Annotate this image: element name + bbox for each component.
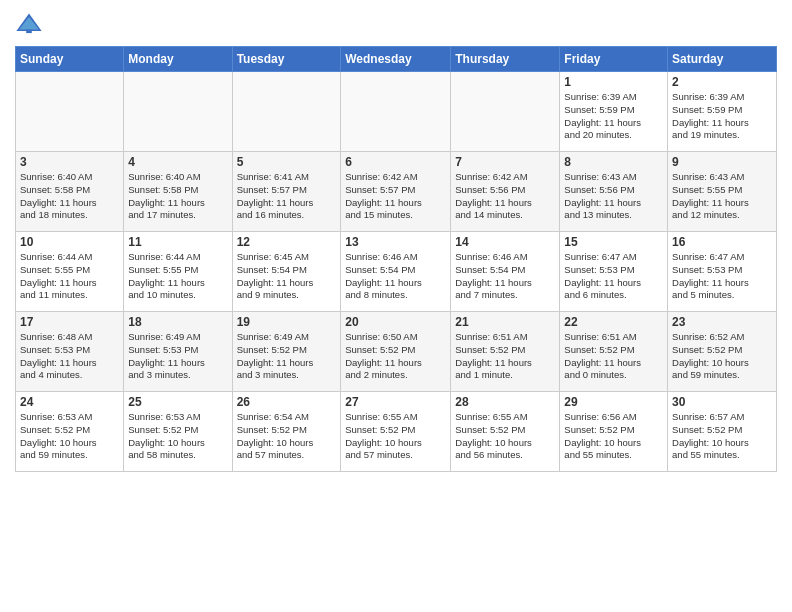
day-info: Sunrise: 6:51 AM Sunset: 5:52 PM Dayligh…	[455, 331, 555, 382]
day-number: 29	[564, 395, 663, 409]
day-number: 10	[20, 235, 119, 249]
day-info: Sunrise: 6:51 AM Sunset: 5:52 PM Dayligh…	[564, 331, 663, 382]
day-info: Sunrise: 6:52 AM Sunset: 5:52 PM Dayligh…	[672, 331, 772, 382]
svg-rect-2	[26, 30, 32, 33]
day-info: Sunrise: 6:47 AM Sunset: 5:53 PM Dayligh…	[564, 251, 663, 302]
calendar-cell: 2Sunrise: 6:39 AM Sunset: 5:59 PM Daylig…	[668, 72, 777, 152]
day-number: 24	[20, 395, 119, 409]
calendar-cell: 12Sunrise: 6:45 AM Sunset: 5:54 PM Dayli…	[232, 232, 341, 312]
calendar-cell: 11Sunrise: 6:44 AM Sunset: 5:55 PM Dayli…	[124, 232, 232, 312]
calendar-cell	[451, 72, 560, 152]
calendar-cell: 29Sunrise: 6:56 AM Sunset: 5:52 PM Dayli…	[560, 392, 668, 472]
day-info: Sunrise: 6:55 AM Sunset: 5:52 PM Dayligh…	[345, 411, 446, 462]
day-number: 13	[345, 235, 446, 249]
calendar-cell: 21Sunrise: 6:51 AM Sunset: 5:52 PM Dayli…	[451, 312, 560, 392]
calendar-cell: 4Sunrise: 6:40 AM Sunset: 5:58 PM Daylig…	[124, 152, 232, 232]
day-number: 18	[128, 315, 227, 329]
calendar-cell: 1Sunrise: 6:39 AM Sunset: 5:59 PM Daylig…	[560, 72, 668, 152]
day-number: 14	[455, 235, 555, 249]
calendar-cell	[232, 72, 341, 152]
day-info: Sunrise: 6:57 AM Sunset: 5:52 PM Dayligh…	[672, 411, 772, 462]
day-info: Sunrise: 6:46 AM Sunset: 5:54 PM Dayligh…	[345, 251, 446, 302]
weekday-header-tuesday: Tuesday	[232, 47, 341, 72]
day-info: Sunrise: 6:50 AM Sunset: 5:52 PM Dayligh…	[345, 331, 446, 382]
calendar-cell: 6Sunrise: 6:42 AM Sunset: 5:57 PM Daylig…	[341, 152, 451, 232]
weekday-header-thursday: Thursday	[451, 47, 560, 72]
day-info: Sunrise: 6:42 AM Sunset: 5:56 PM Dayligh…	[455, 171, 555, 222]
day-number: 20	[345, 315, 446, 329]
day-info: Sunrise: 6:40 AM Sunset: 5:58 PM Dayligh…	[128, 171, 227, 222]
calendar-cell: 23Sunrise: 6:52 AM Sunset: 5:52 PM Dayli…	[668, 312, 777, 392]
day-number: 9	[672, 155, 772, 169]
day-info: Sunrise: 6:44 AM Sunset: 5:55 PM Dayligh…	[128, 251, 227, 302]
day-number: 23	[672, 315, 772, 329]
calendar-cell: 16Sunrise: 6:47 AM Sunset: 5:53 PM Dayli…	[668, 232, 777, 312]
day-info: Sunrise: 6:43 AM Sunset: 5:55 PM Dayligh…	[672, 171, 772, 222]
calendar-cell: 22Sunrise: 6:51 AM Sunset: 5:52 PM Dayli…	[560, 312, 668, 392]
header	[15, 10, 777, 38]
calendar-cell: 19Sunrise: 6:49 AM Sunset: 5:52 PM Dayli…	[232, 312, 341, 392]
day-info: Sunrise: 6:49 AM Sunset: 5:52 PM Dayligh…	[237, 331, 337, 382]
day-info: Sunrise: 6:46 AM Sunset: 5:54 PM Dayligh…	[455, 251, 555, 302]
day-number: 25	[128, 395, 227, 409]
day-number: 12	[237, 235, 337, 249]
day-number: 5	[237, 155, 337, 169]
day-info: Sunrise: 6:39 AM Sunset: 5:59 PM Dayligh…	[672, 91, 772, 142]
day-number: 16	[672, 235, 772, 249]
calendar-cell: 15Sunrise: 6:47 AM Sunset: 5:53 PM Dayli…	[560, 232, 668, 312]
day-number: 28	[455, 395, 555, 409]
day-number: 15	[564, 235, 663, 249]
day-info: Sunrise: 6:53 AM Sunset: 5:52 PM Dayligh…	[128, 411, 227, 462]
calendar-cell: 9Sunrise: 6:43 AM Sunset: 5:55 PM Daylig…	[668, 152, 777, 232]
day-number: 17	[20, 315, 119, 329]
weekday-header-sunday: Sunday	[16, 47, 124, 72]
day-number: 19	[237, 315, 337, 329]
calendar-cell	[16, 72, 124, 152]
day-info: Sunrise: 6:42 AM Sunset: 5:57 PM Dayligh…	[345, 171, 446, 222]
day-info: Sunrise: 6:40 AM Sunset: 5:58 PM Dayligh…	[20, 171, 119, 222]
day-number: 3	[20, 155, 119, 169]
calendar-cell: 25Sunrise: 6:53 AM Sunset: 5:52 PM Dayli…	[124, 392, 232, 472]
calendar-cell: 26Sunrise: 6:54 AM Sunset: 5:52 PM Dayli…	[232, 392, 341, 472]
page: SundayMondayTuesdayWednesdayThursdayFrid…	[0, 0, 792, 482]
calendar-cell: 18Sunrise: 6:49 AM Sunset: 5:53 PM Dayli…	[124, 312, 232, 392]
calendar-cell: 30Sunrise: 6:57 AM Sunset: 5:52 PM Dayli…	[668, 392, 777, 472]
day-number: 6	[345, 155, 446, 169]
day-info: Sunrise: 6:53 AM Sunset: 5:52 PM Dayligh…	[20, 411, 119, 462]
weekday-header-saturday: Saturday	[668, 47, 777, 72]
calendar-cell: 27Sunrise: 6:55 AM Sunset: 5:52 PM Dayli…	[341, 392, 451, 472]
day-number: 7	[455, 155, 555, 169]
calendar-cell: 28Sunrise: 6:55 AM Sunset: 5:52 PM Dayli…	[451, 392, 560, 472]
day-number: 1	[564, 75, 663, 89]
calendar-cell: 17Sunrise: 6:48 AM Sunset: 5:53 PM Dayli…	[16, 312, 124, 392]
day-number: 22	[564, 315, 663, 329]
weekday-header-wednesday: Wednesday	[341, 47, 451, 72]
day-number: 11	[128, 235, 227, 249]
calendar-cell: 5Sunrise: 6:41 AM Sunset: 5:57 PM Daylig…	[232, 152, 341, 232]
day-info: Sunrise: 6:43 AM Sunset: 5:56 PM Dayligh…	[564, 171, 663, 222]
calendar-cell: 14Sunrise: 6:46 AM Sunset: 5:54 PM Dayli…	[451, 232, 560, 312]
day-info: Sunrise: 6:45 AM Sunset: 5:54 PM Dayligh…	[237, 251, 337, 302]
logo	[15, 10, 47, 38]
day-info: Sunrise: 6:56 AM Sunset: 5:52 PM Dayligh…	[564, 411, 663, 462]
day-info: Sunrise: 6:54 AM Sunset: 5:52 PM Dayligh…	[237, 411, 337, 462]
day-info: Sunrise: 6:49 AM Sunset: 5:53 PM Dayligh…	[128, 331, 227, 382]
weekday-header-friday: Friday	[560, 47, 668, 72]
day-info: Sunrise: 6:55 AM Sunset: 5:52 PM Dayligh…	[455, 411, 555, 462]
calendar-cell: 13Sunrise: 6:46 AM Sunset: 5:54 PM Dayli…	[341, 232, 451, 312]
logo-icon	[15, 10, 43, 38]
day-info: Sunrise: 6:41 AM Sunset: 5:57 PM Dayligh…	[237, 171, 337, 222]
calendar-cell: 3Sunrise: 6:40 AM Sunset: 5:58 PM Daylig…	[16, 152, 124, 232]
week-row-5: 24Sunrise: 6:53 AM Sunset: 5:52 PM Dayli…	[16, 392, 777, 472]
day-number: 21	[455, 315, 555, 329]
day-info: Sunrise: 6:47 AM Sunset: 5:53 PM Dayligh…	[672, 251, 772, 302]
day-number: 30	[672, 395, 772, 409]
day-number: 26	[237, 395, 337, 409]
week-row-2: 3Sunrise: 6:40 AM Sunset: 5:58 PM Daylig…	[16, 152, 777, 232]
calendar: SundayMondayTuesdayWednesdayThursdayFrid…	[15, 46, 777, 472]
calendar-cell: 10Sunrise: 6:44 AM Sunset: 5:55 PM Dayli…	[16, 232, 124, 312]
week-row-3: 10Sunrise: 6:44 AM Sunset: 5:55 PM Dayli…	[16, 232, 777, 312]
week-row-1: 1Sunrise: 6:39 AM Sunset: 5:59 PM Daylig…	[16, 72, 777, 152]
day-number: 4	[128, 155, 227, 169]
weekday-header-monday: Monday	[124, 47, 232, 72]
